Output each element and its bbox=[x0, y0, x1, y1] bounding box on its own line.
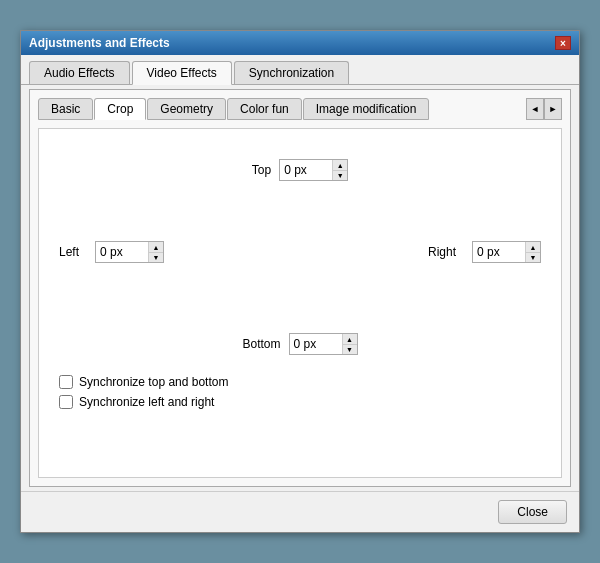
right-input[interactable] bbox=[473, 242, 525, 262]
sub-tab-bar: Basic Crop Geometry Color fun Image modi… bbox=[38, 98, 562, 120]
bottom-input[interactable] bbox=[290, 334, 342, 354]
left-spin-up[interactable]: ▲ bbox=[149, 242, 163, 252]
bottom-label: Bottom bbox=[242, 337, 280, 351]
right-spin-down[interactable]: ▼ bbox=[526, 252, 540, 262]
title-bar: Adjustments and Effects × bbox=[21, 31, 579, 55]
left-field-row: Left ▲ ▼ bbox=[59, 241, 164, 263]
right-label: Right bbox=[428, 245, 456, 259]
right-spin-up[interactable]: ▲ bbox=[526, 242, 540, 252]
sync-top-bottom-checkbox[interactable] bbox=[59, 375, 73, 389]
left-label: Left bbox=[59, 245, 79, 259]
sync-checkboxes: Synchronize top and bottom Synchronize l… bbox=[59, 375, 541, 409]
top-field-row: Top ▲ ▼ bbox=[59, 139, 541, 191]
left-input[interactable] bbox=[96, 242, 148, 262]
tab-next-button[interactable]: ► bbox=[544, 98, 562, 120]
bottom-spin-down[interactable]: ▼ bbox=[343, 344, 357, 354]
close-button[interactable]: Close bbox=[498, 500, 567, 524]
tab-basic[interactable]: Basic bbox=[38, 98, 93, 120]
left-spin-down[interactable]: ▼ bbox=[149, 252, 163, 262]
bottom-spinner: ▲ ▼ bbox=[289, 333, 358, 355]
right-spinner: ▲ ▼ bbox=[472, 241, 541, 263]
tab-crop[interactable]: Crop bbox=[94, 98, 146, 120]
title-close-button[interactable]: × bbox=[555, 36, 571, 50]
main-tab-bar: Audio Effects Video Effects Synchronizat… bbox=[21, 55, 579, 85]
tab-image-modification[interactable]: Image modification bbox=[303, 98, 430, 120]
tab-video-effects[interactable]: Video Effects bbox=[132, 61, 232, 85]
bottom-field-row: Bottom ▲ ▼ bbox=[59, 333, 541, 355]
tab-color-fun[interactable]: Color fun bbox=[227, 98, 302, 120]
tab-audio-effects[interactable]: Audio Effects bbox=[29, 61, 130, 84]
tab-nav: ◄ ► bbox=[526, 98, 562, 120]
bottom-spin-up[interactable]: ▲ bbox=[343, 334, 357, 344]
crop-panel: Top ▲ ▼ Left ▲ ▼ bbox=[38, 128, 562, 478]
sync-left-right-checkbox[interactable] bbox=[59, 395, 73, 409]
tab-synchronization[interactable]: Synchronization bbox=[234, 61, 349, 84]
tab-prev-button[interactable]: ◄ bbox=[526, 98, 544, 120]
sync-top-bottom-row: Synchronize top and bottom bbox=[59, 375, 541, 389]
dialog-footer: Close bbox=[21, 491, 579, 532]
right-field-row: Right ▲ ▼ bbox=[428, 241, 541, 263]
bottom-spinner-buttons: ▲ ▼ bbox=[342, 334, 357, 354]
right-spinner-buttons: ▲ ▼ bbox=[525, 242, 540, 262]
top-spin-up[interactable]: ▲ bbox=[333, 160, 347, 170]
left-spinner-buttons: ▲ ▼ bbox=[148, 242, 163, 262]
content-area: Basic Crop Geometry Color fun Image modi… bbox=[29, 89, 571, 487]
left-spinner: ▲ ▼ bbox=[95, 241, 164, 263]
adjustments-dialog: Adjustments and Effects × Audio Effects … bbox=[20, 30, 580, 533]
top-label: Top bbox=[252, 163, 271, 177]
dialog-title: Adjustments and Effects bbox=[29, 36, 170, 50]
top-spinner-buttons: ▲ ▼ bbox=[332, 160, 347, 180]
sync-left-right-label: Synchronize left and right bbox=[79, 395, 214, 409]
top-input[interactable] bbox=[280, 160, 332, 180]
sync-top-bottom-label: Synchronize top and bottom bbox=[79, 375, 228, 389]
tab-geometry[interactable]: Geometry bbox=[147, 98, 226, 120]
middle-row: Left ▲ ▼ Right ▲ ▼ bbox=[59, 191, 541, 313]
top-spin-down[interactable]: ▼ bbox=[333, 170, 347, 180]
top-spinner: ▲ ▼ bbox=[279, 159, 348, 181]
sync-left-right-row: Synchronize left and right bbox=[59, 395, 541, 409]
